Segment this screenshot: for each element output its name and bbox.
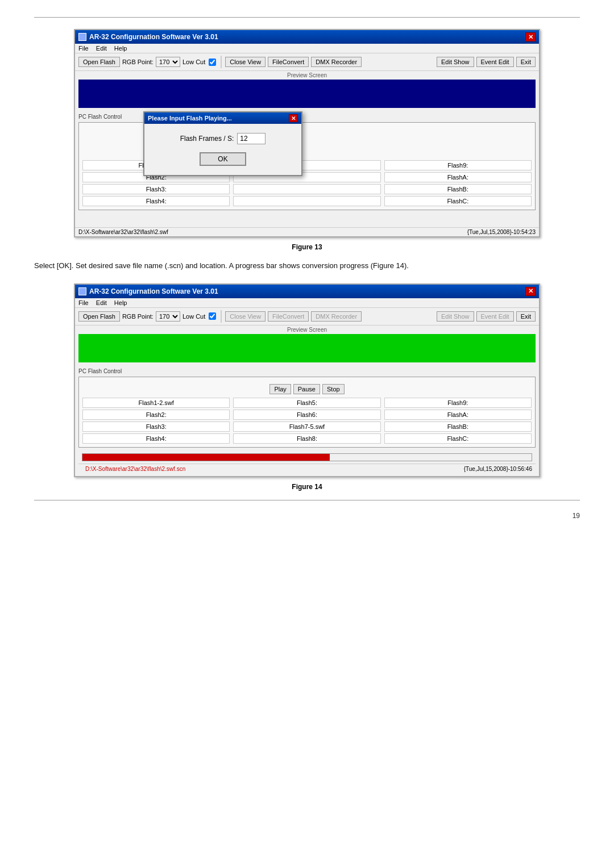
figure14-close-button[interactable]: ✕ [525, 287, 536, 296]
f14-item-c: FlashC: [384, 433, 532, 444]
modal-titlebar: Please Input Flash Playing... ✕ [144, 112, 301, 124]
low-cut-checkbox[interactable] [209, 59, 216, 66]
pc-flash-control-box-14: Play Pause Stop Flash1-2.swf Flash5: Fla… [78, 377, 536, 448]
close-view-button-14[interactable]: Close View [225, 311, 265, 322]
figure13-status-bar: D:\X-Software\ar32\ar32\flash\2.swf {Tue… [75, 227, 539, 236]
preview-screen-label-14: Preview Screen [75, 326, 539, 334]
rgb-point-select[interactable]: 170 [156, 57, 180, 67]
f14-item-b: FlashB: [384, 422, 532, 432]
preview-area-14 [78, 334, 536, 362]
app-icon-2 [78, 287, 86, 295]
f14-item-2: Flash2: [82, 410, 230, 420]
stop-button[interactable]: Stop [322, 384, 345, 394]
f14-item-3: Flash3: [82, 422, 230, 432]
pc-flash-control-label-14: PC Flash Control [78, 368, 536, 374]
flash-item-b: FlashB: [384, 184, 532, 194]
rgb-point-label-14: RGB Point: [122, 313, 154, 320]
status-time: {Tue,Jul,15,2008}-10:54:23 [467, 229, 536, 235]
progress-filepath: D:\X-Software\ar32\ar32\flash\2.swf.scn [82, 465, 189, 473]
event-edit-button[interactable]: Event Edit [476, 57, 514, 67]
figure13-toolbar: Open Flash RGB Point: 170 Low Cut Close … [75, 53, 539, 71]
flash-item-c: FlashC: [384, 196, 532, 206]
modal-frames-label: Flash Frames / S: [180, 135, 234, 143]
dmx-recorder-button[interactable]: DMX Recorder [311, 57, 362, 67]
modal-ok-button[interactable]: OK [200, 152, 246, 166]
modal-input-row: Flash Frames / S: [158, 133, 288, 144]
figure13-caption: Figure 13 [34, 243, 580, 251]
f14-item-6: Flash6: [233, 410, 380, 420]
rgb-point-label: RGB Point: [122, 59, 154, 65]
rgb-point-select-14[interactable]: 170 [156, 311, 180, 322]
figure14-menu-bar: File Edit Help [75, 298, 539, 308]
play-button[interactable]: Play [269, 384, 291, 394]
progress-bar-fill [82, 454, 330, 461]
f14-item-9: Flash9: [384, 398, 532, 408]
figure14-titlebar: AR-32 Configurnation Software Ver 3.01 ✕ [75, 285, 539, 298]
menu14-file[interactable]: File [78, 299, 89, 306]
modal-close-button[interactable]: ✕ [289, 114, 298, 122]
preview-screen-label: Preview Screen [75, 71, 539, 80]
edit-show-button[interactable]: Edit Show [437, 57, 474, 67]
figure13-main-content: PC Flash Control Flash1-2.swf Flash9: Fl… [75, 111, 539, 225]
f14-item-8: Flash8: [233, 433, 380, 444]
figure14-window-wrapper: AR-32 Configurnation Software Ver 3.01 ✕… [34, 283, 580, 477]
page-number: 19 [34, 512, 580, 520]
f14-item-a: FlashA: [384, 410, 532, 420]
figure14-window-title: AR-32 Configurnation Software Ver 3.01 [89, 287, 218, 295]
low-cut-label-14: Low Cut [182, 313, 205, 320]
file-convert-button-14[interactable]: FileConvert [268, 311, 309, 322]
status-filepath: D:\X-Software\ar32\ar32\flash\2.swf [78, 229, 168, 235]
body-text: Select [OK]. Set desired save file name … [34, 260, 580, 272]
flash-item-8 [233, 196, 380, 206]
pause-button[interactable]: Pause [293, 384, 320, 394]
modal-body: Flash Frames / S: OK [144, 124, 301, 175]
preview-area [78, 80, 536, 108]
figure13-titlebar: AR-32 Configurnation Software Ver 3.01 ✕ [75, 30, 539, 44]
event-edit-button-14[interactable]: Event Edit [476, 311, 514, 322]
figure13-title-left: AR-32 Configurnation Software Ver 3.01 [78, 33, 218, 41]
flash-item-a: FlashA: [384, 172, 532, 182]
figure13-window-wrapper: AR-32 Configurnation Software Ver 3.01 ✕… [34, 29, 580, 237]
media-controls: Play Pause Stop [82, 381, 532, 398]
figure14-toolbar: Open Flash RGB Point: 170 Low Cut Close … [75, 308, 539, 326]
modal-title-text: Please Input Flash Playing... [148, 115, 232, 122]
flash-playing-dialog: Please Input Flash Playing... ✕ Flash Fr… [143, 111, 302, 176]
menu-edit[interactable]: Edit [96, 45, 107, 52]
top-divider [34, 17, 580, 18]
menu14-help[interactable]: Help [114, 299, 127, 306]
low-cut-checkbox-14[interactable] [209, 312, 216, 320]
close-view-button[interactable]: Close View [225, 57, 265, 67]
exit-button[interactable]: Exit [516, 57, 536, 67]
app-icon [78, 33, 86, 41]
figure13-window: AR-32 Configurnation Software Ver 3.01 ✕… [74, 29, 540, 237]
progress-bar-container [82, 453, 532, 461]
bottom-divider [34, 500, 580, 500]
menu-file[interactable]: File [78, 45, 89, 52]
f14-item-4: Flash4: [82, 433, 230, 444]
exit-button-14[interactable]: Exit [516, 311, 536, 322]
file-convert-button[interactable]: FileConvert [268, 57, 309, 67]
status-time-14: {Tue,Jul,15,2008}-10:56:46 [464, 466, 532, 472]
menu14-edit[interactable]: Edit [96, 299, 107, 306]
dmx-recorder-button-14[interactable]: DMX Recorder [311, 311, 362, 322]
figure13-menu-bar: File Edit Help [75, 44, 539, 53]
flash-grid-14: Flash1-2.swf Flash5: Flash9: Flash2: Fla… [82, 398, 532, 444]
edit-show-button-14[interactable]: Edit Show [437, 311, 474, 322]
flash-item-3: Flash3: [82, 184, 230, 194]
flash-item-4: Flash4: [82, 196, 230, 206]
f14-item-1: Flash1-2.swf [82, 398, 230, 408]
open-flash-button[interactable]: Open Flash [78, 57, 120, 67]
menu-help[interactable]: Help [114, 45, 127, 52]
figure14-title-left: AR-32 Configurnation Software Ver 3.01 [78, 287, 218, 295]
open-flash-button-14[interactable]: Open Flash [78, 311, 120, 322]
modal-container: Please Input Flash Playing... ✕ Flash Fr… [143, 111, 302, 176]
figure14-status-bar: D:\X-Software\ar32\ar32\flash\2.swf.scn … [78, 464, 536, 474]
low-cut-label: Low Cut [182, 59, 205, 65]
progress-section: D:\X-Software\ar32\ar32\flash\2.swf.scn … [78, 453, 536, 474]
toolbar-sep1 [221, 56, 222, 68]
figure13-close-button[interactable]: ✕ [525, 32, 536, 41]
flash-item-9: Flash9: [384, 160, 532, 170]
toolbar-sep-14 [221, 310, 222, 323]
modal-frames-input[interactable] [237, 133, 265, 144]
figure14-main-content: PC Flash Control Play Pause Stop Flash1-… [75, 366, 539, 476]
